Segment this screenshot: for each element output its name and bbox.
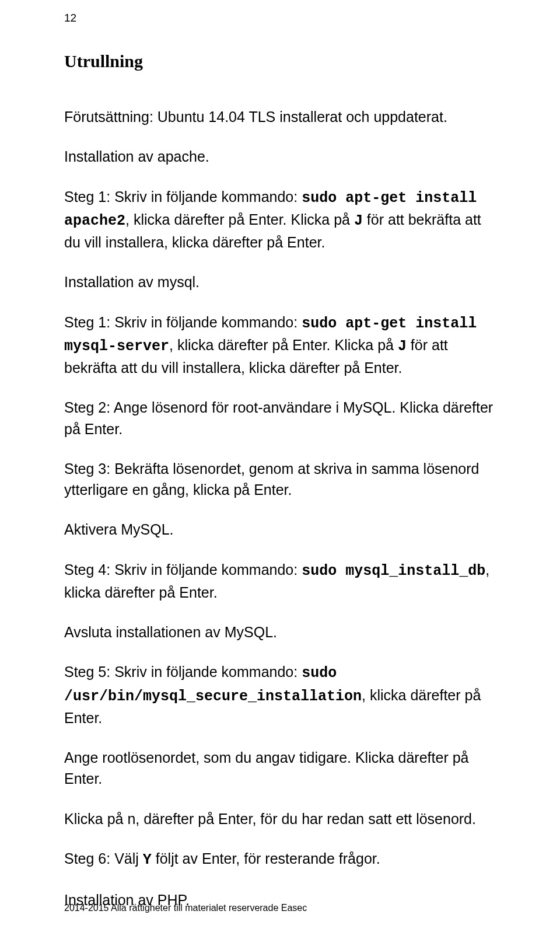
document-page: 12 Utrullning Förutsättning: Ubuntu 14.0…: [0, 0, 560, 932]
text: Steg 1: Skriv in följande kommando:: [64, 189, 302, 205]
paragraph-root-password: Ange rootlösenordet, som du angav tidiga…: [64, 747, 496, 790]
paragraph-step2-mysql: Steg 2: Ange lösenord för root-användare…: [64, 397, 496, 439]
page-title: Utrullning: [64, 51, 496, 71]
text: Steg 1: Skriv in följande kommando:: [64, 314, 302, 330]
paragraph-step1-mysql: Steg 1: Skriv in följande kommando: sudo…: [64, 312, 496, 379]
paragraph-finish-mysql-heading: Avsluta installationen av MySQL.: [64, 622, 496, 643]
text: Steg 6: Välj: [64, 850, 143, 867]
paragraph-prereq: Förutsättning: Ubuntu 14.04 TLS installe…: [64, 106, 496, 127]
text: följt av Enter, för resterande frågor.: [152, 850, 380, 867]
paragraph-step1-apache: Steg 1: Skriv in följande kommando: sudo…: [64, 186, 496, 253]
key-text: J: [354, 212, 363, 229]
paragraph-step5-mysql: Steg 5: Skriv in följande kommando: sudo…: [64, 661, 496, 728]
paragraph-install-mysql-heading: Installation av mysql.: [64, 271, 496, 292]
key-text: J: [398, 338, 407, 355]
paragraph-step3-mysql: Steg 3: Bekräfta lösenordet, genom at sk…: [64, 458, 496, 501]
paragraph-step6-mysql: Steg 6: Välj Y följt av Enter, för reste…: [64, 848, 496, 871]
text: Steg 5: Skriv in följande kommando:: [64, 664, 302, 680]
paragraph-activate-mysql-heading: Aktivera MySQL.: [64, 519, 496, 540]
text: Steg 4: Skriv in följande kommando:: [64, 561, 302, 578]
paragraph-install-apache-heading: Installation av apache.: [64, 146, 496, 167]
footer-text: 2014-2015 Alla rättigheter till material…: [64, 903, 307, 913]
page-number: 12: [64, 12, 76, 25]
text: , klicka därefter på Enter. Klicka på: [169, 337, 398, 353]
command-text: sudo mysql_install_db: [302, 563, 485, 580]
key-text: Y: [143, 851, 152, 868]
paragraph-click-n: Klicka på n, därefter på Enter, för du h…: [64, 808, 496, 829]
text: , klicka därefter på Enter. Klicka på: [125, 211, 354, 228]
paragraph-step4-mysql: Steg 4: Skriv in följande kommando: sudo…: [64, 559, 496, 603]
